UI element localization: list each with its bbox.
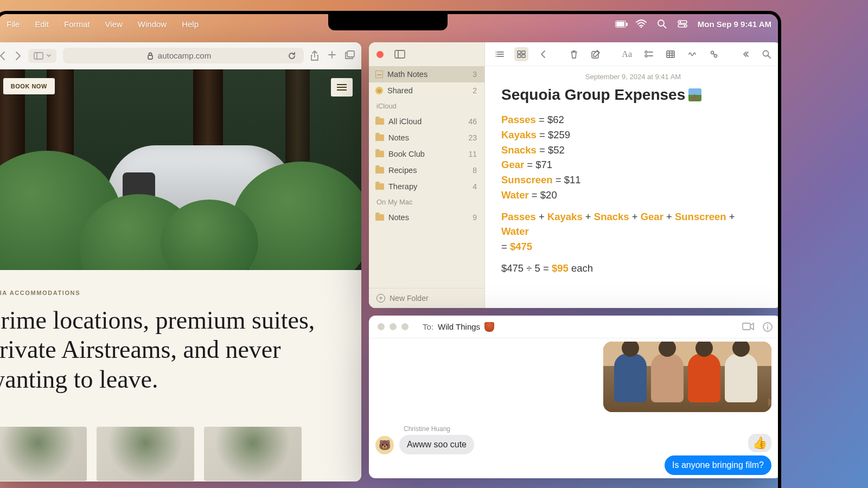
thumbnails-row bbox=[0, 427, 361, 481]
menu-window[interactable]: Window bbox=[131, 17, 173, 31]
menubar-clock[interactable]: Mon Sep 9 9:41 AM bbox=[698, 20, 771, 29]
gallery-view-icon[interactable] bbox=[514, 47, 528, 61]
sender-avatar[interactable]: 🐻 bbox=[375, 436, 394, 454]
math-icon bbox=[375, 70, 383, 78]
menu-view[interactable]: View bbox=[99, 17, 129, 31]
safari-address-bar[interactable]: autocamp.com bbox=[63, 48, 304, 63]
sidebar-section-icloud: iCloud bbox=[369, 99, 484, 113]
sidebar-toggle-icon[interactable] bbox=[394, 50, 405, 59]
svg-rect-6 bbox=[34, 53, 43, 59]
sender-name: Christine Huang bbox=[404, 425, 474, 433]
chevron-down-icon bbox=[47, 54, 51, 57]
laptop-frame: File Edit Format View Window Help Mon Se… bbox=[0, 11, 781, 488]
hero-hamburger-button[interactable] bbox=[331, 78, 353, 97]
tabs-icon[interactable] bbox=[345, 50, 355, 61]
media-icon[interactable] bbox=[685, 47, 699, 61]
outgoing-bubble[interactable]: Is anyone bringing film? bbox=[665, 455, 771, 475]
notes-sidebar-list: Math Notes 3 ☺Shared 2 iCloud All iCloud… bbox=[369, 66, 484, 288]
more-icon[interactable] bbox=[738, 47, 752, 61]
svg-point-0 bbox=[640, 27, 642, 28]
notes-window: Math Notes 3 ☺Shared 2 iCloud All iCloud… bbox=[369, 42, 778, 308]
sidebar-section-onmymac: On My Mac bbox=[369, 195, 484, 209]
note-expense-line: Snacks = $52 bbox=[501, 143, 765, 158]
sidebar-item-therapy[interactable]: Therapy4 bbox=[369, 178, 484, 195]
share-icon[interactable] bbox=[310, 50, 319, 61]
window-zoom-button[interactable] bbox=[401, 323, 409, 330]
messages-thread[interactable]: 🐻 Christine Huang Awww soo cute 👍 Is any… bbox=[369, 338, 778, 478]
sidebar-item-math-notes[interactable]: Math Notes 3 bbox=[369, 66, 484, 82]
safari-sidebar-button[interactable] bbox=[28, 49, 56, 63]
menu-help[interactable]: Help bbox=[175, 17, 205, 31]
spotlight-icon[interactable] bbox=[656, 18, 667, 29]
note-expense-line: Gear = $71 bbox=[501, 157, 765, 172]
back-icon[interactable] bbox=[536, 47, 550, 61]
svg-point-1 bbox=[658, 20, 664, 26]
format-text-icon[interactable]: Aa bbox=[620, 47, 634, 61]
note-expense-line: Sunscreen = $11 bbox=[501, 172, 765, 188]
trash-icon[interactable] bbox=[567, 47, 581, 61]
safari-nav-buttons bbox=[0, 51, 22, 61]
menu-format[interactable]: Format bbox=[58, 17, 97, 31]
svg-rect-9 bbox=[395, 50, 405, 58]
window-close-button[interactable] bbox=[378, 323, 385, 330]
svg-point-19 bbox=[645, 55, 647, 57]
checklist-icon[interactable] bbox=[642, 47, 656, 61]
wifi-icon[interactable] bbox=[636, 18, 647, 29]
desktop-screen: File Edit Format View Window Help Mon Se… bbox=[0, 14, 778, 488]
svg-point-11 bbox=[496, 54, 497, 55]
safari-forward-button[interactable] bbox=[14, 51, 22, 61]
page-headline: Prime locations, premium suites, private… bbox=[0, 306, 334, 394]
accommodation-thumbnail[interactable] bbox=[0, 427, 87, 481]
window-minimize-button[interactable] bbox=[390, 323, 397, 330]
safari-back-button[interactable] bbox=[0, 51, 7, 61]
folder-icon bbox=[375, 167, 384, 174]
outgoing-photo-message[interactable] bbox=[603, 342, 771, 412]
sidebar-item-book-club[interactable]: Book Club11 bbox=[369, 146, 484, 162]
mountain-emoji-icon bbox=[688, 88, 701, 101]
battery-icon[interactable] bbox=[615, 18, 626, 29]
sidebar-item-notes[interactable]: Notes23 bbox=[369, 130, 484, 146]
safari-toolbar: autocamp.com bbox=[0, 42, 361, 69]
sidebar-item-shared[interactable]: ☺Shared 2 bbox=[369, 82, 484, 99]
table-icon[interactable] bbox=[663, 47, 678, 61]
note-expense-line: Passes = $62 bbox=[501, 112, 765, 127]
facetime-icon[interactable] bbox=[742, 322, 754, 332]
note-editor[interactable]: September 9, 2024 at 9:41 AM Sequoia Gro… bbox=[485, 66, 778, 287]
sidebar-item-recipes[interactable]: Recipes8 bbox=[369, 162, 484, 178]
compose-icon[interactable] bbox=[589, 47, 603, 61]
svg-point-12 bbox=[496, 56, 497, 57]
note-title: Sequoia Group Expenses bbox=[501, 86, 765, 104]
menu-file[interactable]: File bbox=[0, 17, 26, 31]
folder-icon bbox=[375, 214, 384, 221]
incoming-bubble[interactable]: Awww soo cute bbox=[399, 435, 474, 454]
search-icon[interactable] bbox=[760, 47, 774, 61]
incoming-message: 🐻 Christine Huang Awww soo cute bbox=[375, 425, 474, 454]
note-sum-expression: Passes + Kayaks + Snacks + Gear + Sunscr… bbox=[501, 209, 765, 240]
accommodation-thumbnail[interactable] bbox=[204, 427, 302, 481]
list-view-icon[interactable] bbox=[493, 47, 507, 61]
accommodation-thumbnail[interactable] bbox=[97, 427, 194, 481]
info-icon[interactable] bbox=[763, 322, 773, 332]
window-close-button[interactable] bbox=[376, 51, 384, 58]
sidebar-item-local-notes[interactable]: Notes9 bbox=[369, 209, 484, 226]
lock-icon bbox=[147, 52, 154, 60]
sidebar-item-all-icloud[interactable]: All iCloud46 bbox=[369, 113, 484, 130]
messages-to-field[interactable]: To: Wild Things bbox=[423, 322, 494, 332]
safari-reload-button[interactable] bbox=[288, 52, 296, 60]
control-center-icon[interactable] bbox=[677, 18, 688, 29]
notes-toolbar: Aa bbox=[485, 42, 778, 66]
safari-right-buttons bbox=[310, 50, 355, 61]
new-folder-button[interactable]: + New Folder bbox=[369, 288, 484, 308]
plus-circle-icon: + bbox=[376, 294, 385, 303]
display-notch bbox=[328, 11, 448, 30]
new-tab-icon[interactable] bbox=[328, 50, 336, 61]
svg-rect-8 bbox=[347, 51, 354, 57]
shared-icon: ☺ bbox=[375, 87, 383, 94]
svg-rect-15 bbox=[518, 55, 521, 57]
hero-book-now-button[interactable]: BOOK NOW bbox=[3, 78, 55, 94]
menu-edit[interactable]: Edit bbox=[28, 17, 55, 31]
safari-page-body: UOIA ACCOMMODATIONS Prime locations, pre… bbox=[0, 270, 361, 481]
svg-rect-7 bbox=[148, 55, 152, 59]
tapback-reaction[interactable]: 👍 bbox=[748, 434, 771, 452]
link-icon[interactable] bbox=[707, 47, 721, 61]
